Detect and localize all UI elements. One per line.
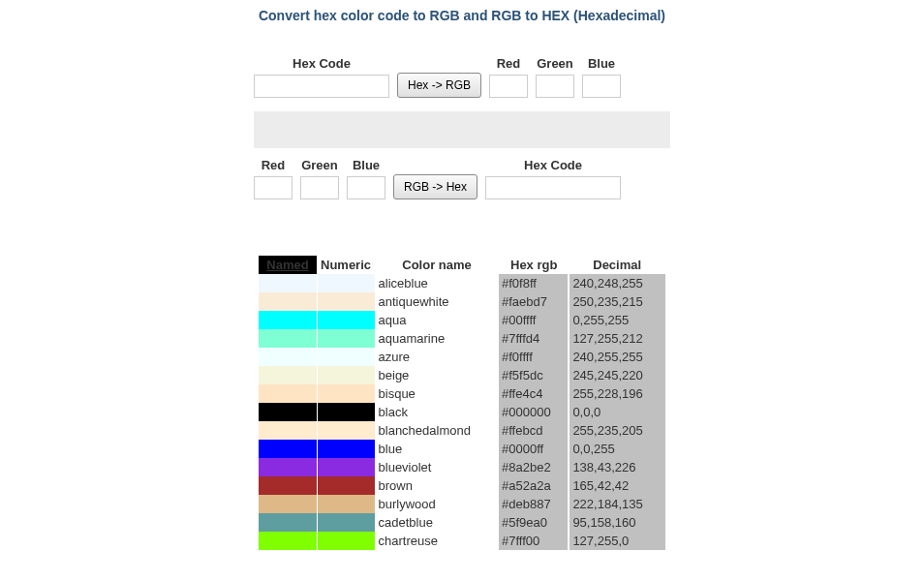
red-label-2: Red <box>262 158 286 172</box>
color-name-cell: black <box>375 403 499 421</box>
numeric-swatch <box>317 458 375 476</box>
color-name-cell: aquamarine <box>375 329 499 348</box>
hex-cell: #7fffd4 <box>499 329 569 348</box>
numeric-swatch <box>317 495 375 513</box>
table-row: antiquewhite#faebd7250,235,215 <box>259 292 665 311</box>
numeric-swatch <box>317 513 375 532</box>
blue-input[interactable] <box>347 176 385 199</box>
decimal-cell: 0,0,0 <box>569 403 665 421</box>
header-hexrgb: Hex rgb <box>499 256 569 274</box>
numeric-swatch <box>317 274 375 292</box>
rgb-to-hex-button[interactable]: RGB -> Hex <box>393 174 477 199</box>
decimal-cell: 127,255,0 <box>569 532 665 550</box>
red-label: Red <box>497 56 521 71</box>
red-output[interactable] <box>489 75 528 98</box>
green-label: Green <box>537 56 573 71</box>
hex-cell: #faebd7 <box>499 292 569 311</box>
hex-code-label-2: Hex Code <box>524 158 582 172</box>
blue-output[interactable] <box>582 75 621 98</box>
named-swatch <box>259 495 317 513</box>
red-input[interactable] <box>254 176 293 199</box>
header-named[interactable]: Named <box>259 256 317 274</box>
named-swatch <box>259 384 317 403</box>
color-name-cell: blue <box>375 440 499 458</box>
named-swatch <box>259 329 317 348</box>
green-label-2: Green <box>301 158 338 172</box>
numeric-swatch <box>317 476 375 495</box>
named-swatch <box>259 348 317 366</box>
numeric-swatch <box>317 384 375 403</box>
named-swatch <box>259 274 317 292</box>
table-row: aquamarine#7fffd4127,255,212 <box>259 329 665 348</box>
hex-cell: #0000ff <box>499 440 569 458</box>
green-input[interactable] <box>300 176 339 199</box>
table-row: bisque#ffe4c4255,228,196 <box>259 384 665 403</box>
decimal-cell: 240,248,255 <box>569 274 665 292</box>
decimal-cell: 0,0,255 <box>569 440 665 458</box>
table-row: beige#f5f5dc245,245,220 <box>259 366 665 384</box>
hex-cell: #f0f8ff <box>499 274 569 292</box>
hex-cell: #deb887 <box>499 495 569 513</box>
header-decimal: Decimal <box>569 256 665 274</box>
color-name-cell: aliceblue <box>375 274 499 292</box>
numeric-swatch <box>317 440 375 458</box>
hex-cell: #000000 <box>499 403 569 421</box>
hex-to-rgb-row: Hex Code Hex -> RGB Red Green Blue <box>254 52 670 106</box>
color-name-cell: antiquewhite <box>375 292 499 311</box>
named-swatch <box>259 440 317 458</box>
hex-cell: #f0ffff <box>499 348 569 366</box>
decimal-cell: 255,228,196 <box>569 384 665 403</box>
page-title: Convert hex color code to RGB and RGB to… <box>0 0 924 52</box>
decimal-cell: 222,184,135 <box>569 495 665 513</box>
named-swatch <box>259 421 317 440</box>
hex-cell: #ffebcd <box>499 421 569 440</box>
named-swatch <box>259 366 317 384</box>
color-name-cell: blanchedalmond <box>375 421 499 440</box>
named-swatch <box>259 292 317 311</box>
named-swatch <box>259 532 317 550</box>
hex-input[interactable] <box>254 75 389 98</box>
separator-bar <box>254 111 670 148</box>
decimal-cell: 95,158,160 <box>569 513 665 532</box>
hex-cell: #ffe4c4 <box>499 384 569 403</box>
color-name-cell: chartreuse <box>375 532 499 550</box>
decimal-cell: 127,255,212 <box>569 329 665 348</box>
color-name-cell: beige <box>375 366 499 384</box>
blue-label-2: Blue <box>353 158 380 172</box>
hex-code-label: Hex Code <box>293 56 351 71</box>
table-row: burlywood#deb887222,184,135 <box>259 495 665 513</box>
numeric-swatch <box>317 366 375 384</box>
converter: Hex Code Hex -> RGB Red Green Blue Red G… <box>254 52 670 207</box>
hex-cell: #a52a2a <box>499 476 569 495</box>
decimal-cell: 165,42,42 <box>569 476 665 495</box>
header-numeric: Numeric <box>317 256 375 274</box>
hex-output[interactable] <box>485 176 621 199</box>
rgb-to-hex-row: Red Green Blue RGB -> Hex Hex Code <box>254 154 670 207</box>
color-table: Named Numeric Color name Hex rgb Decimal… <box>259 256 665 550</box>
decimal-cell: 0,255,255 <box>569 311 665 329</box>
named-swatch <box>259 458 317 476</box>
green-output[interactable] <box>536 75 574 98</box>
color-name-cell: bisque <box>375 384 499 403</box>
decimal-cell: 240,255,255 <box>569 348 665 366</box>
decimal-cell: 138,43,226 <box>569 458 665 476</box>
table-row: chartreuse#7fff00127,255,0 <box>259 532 665 550</box>
color-name-cell: burlywood <box>375 495 499 513</box>
named-swatch <box>259 476 317 495</box>
hex-to-rgb-button[interactable]: Hex -> RGB <box>397 73 481 98</box>
blue-label: Blue <box>588 56 615 71</box>
numeric-swatch <box>317 403 375 421</box>
table-row: cadetblue#5f9ea095,158,160 <box>259 513 665 532</box>
hex-cell: #00ffff <box>499 311 569 329</box>
numeric-swatch <box>317 329 375 348</box>
named-swatch <box>259 513 317 532</box>
color-name-cell: azure <box>375 348 499 366</box>
table-row: aliceblue#f0f8ff240,248,255 <box>259 274 665 292</box>
decimal-cell: 250,235,215 <box>569 292 665 311</box>
color-name-cell: aqua <box>375 311 499 329</box>
table-row: blanchedalmond#ffebcd255,235,205 <box>259 421 665 440</box>
table-row: black#0000000,0,0 <box>259 403 665 421</box>
numeric-swatch <box>317 311 375 329</box>
color-name-cell: cadetblue <box>375 513 499 532</box>
numeric-swatch <box>317 421 375 440</box>
